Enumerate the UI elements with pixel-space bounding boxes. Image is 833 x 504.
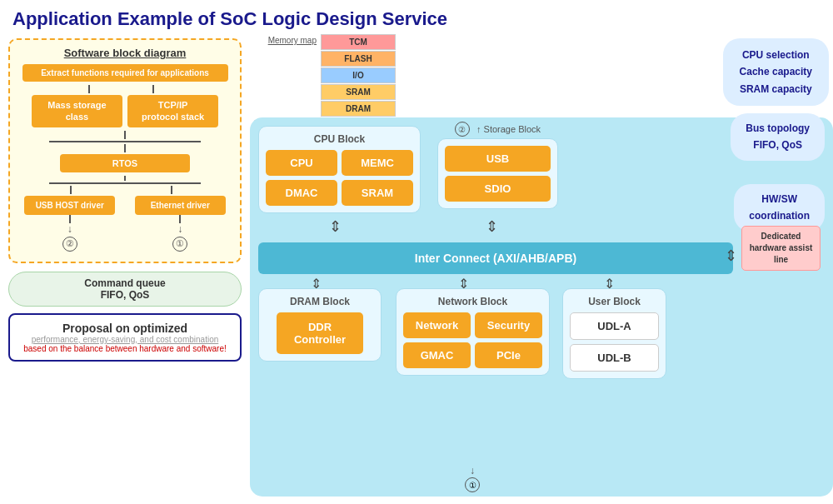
hwsw-line1: HW/SW: [761, 193, 797, 205]
network-item-gmac: GMAC: [403, 342, 471, 368]
proposal-title: Proposal on optimized: [17, 322, 233, 335]
storage-block: USB SDIO: [437, 138, 558, 209]
command-queue-bubble: Command queue FIFO, QoS: [8, 272, 242, 307]
software-block-diagram: Software block diagram Extract functions…: [8, 38, 242, 263]
cpu-down-arrow: ⇕: [329, 217, 342, 236]
storage-circle-2: ②: [455, 122, 470, 137]
mem-tcm: TCM: [321, 34, 396, 50]
network-item-pcie: PCIe: [475, 342, 542, 368]
hwsw-bubble: HW/SW coordination: [734, 184, 825, 232]
cpu-sram-line: SRAM capacity: [740, 83, 812, 95]
memory-blocks: TCM FLASH I/O SRAM DRAM: [321, 34, 396, 117]
circle-2-left: ②: [62, 237, 77, 252]
storage-item-usb: USB: [445, 146, 551, 172]
proposal-sub: performance, energy-saving, and cost com…: [17, 335, 233, 344]
storage-down-arrow: ⇕: [486, 217, 498, 236]
memory-map-area: Memory map TCM FLASH I/O SRAM DRAM Resis…: [254, 34, 437, 128]
memory-map-label: Memory map: [254, 36, 317, 45]
bus-topo-line1: Bus topology: [746, 122, 810, 134]
interconnect-label: Inter Connect (AXI/AHB/APB): [415, 252, 576, 265]
left-panel: Software block diagram Extract functions…: [0, 34, 250, 501]
cpu-item-dmac: DMAC: [266, 180, 337, 206]
dram-block-title: DRAM Block: [266, 296, 374, 307]
circle-1-left: ①: [172, 237, 187, 252]
network-circle-1-label: ①: [465, 477, 480, 492]
dram-arrow: ⇕: [311, 276, 322, 292]
mem-sram: SRAM: [321, 84, 396, 100]
usb-host-box: USB HOST driver: [24, 196, 115, 215]
dram-block: DRAM Block DDR Controller: [258, 288, 382, 362]
right-panel: Memory map TCM FLASH I/O SRAM DRAM Resis…: [250, 34, 833, 501]
mem-io: I/O: [321, 67, 396, 83]
user-item-udlb: UDL-B: [570, 344, 659, 372]
mem-flash: FLASH: [321, 51, 396, 67]
storage-block-container: ② ↑ Storage Block USB SDIO: [437, 122, 558, 209]
hwsw-line2: coordination: [749, 210, 810, 222]
user-arrow: ⇕: [604, 276, 615, 292]
ddr-controller: DDR Controller: [277, 312, 363, 354]
network-circle-1: ↓ ①: [465, 465, 480, 493]
user-block: User Block UDL-A UDL-B: [562, 288, 666, 379]
user-item-udla: UDL-A: [570, 312, 659, 340]
cpu-selection-line1: CPU selection: [742, 49, 810, 61]
cpu-cache-line: Cache capacity: [740, 66, 812, 77]
network-arrow: ⇕: [458, 276, 469, 292]
main-title: Application Example of SoC Logic Design …: [0, 0, 833, 34]
cpu-item-memc: MEMC: [342, 150, 413, 176]
hw-assist-box: Dedicated hardware assist line: [741, 226, 821, 271]
mass-storage-box: Mass storage class: [32, 95, 122, 127]
bus-topo-line2: FIFO, QoS: [753, 139, 802, 151]
cpu-block: CPU Block CPU MEMC DMAC SRAM: [258, 126, 421, 213]
rtos-box: RTOS: [60, 154, 190, 172]
cpu-block-title: CPU Block: [266, 133, 413, 145]
extract-functions-box: Extract functions required for applicati…: [22, 64, 228, 82]
cpu-item-cpu: CPU: [266, 150, 337, 176]
network-block-title: Network Block: [403, 296, 542, 307]
main-diagram: Bus topology FIFO, QoS HW/SW coordinatio…: [250, 117, 833, 497]
network-item-security: Security: [475, 312, 542, 338]
proposal-red: based on the balance between hardware an…: [17, 344, 233, 353]
cpu-item-sram: SRAM: [342, 180, 413, 206]
interconnect-bar: Inter Connect (AXI/AHB/APB): [258, 242, 733, 274]
network-item-network: Network: [403, 312, 471, 338]
mem-dram: DRAM: [321, 101, 396, 117]
user-block-title: User Block: [570, 296, 659, 307]
bus-topology-bubble: Bus topology FIFO, QoS: [731, 113, 825, 161]
network-block: Network Block Network Security GMAC PCIe: [396, 288, 550, 376]
cpu-selection-bubble: CPU selection Cache capacity SRAM capaci…: [723, 38, 829, 106]
proposal-box: Proposal on optimized performance, energ…: [8, 313, 242, 362]
tcp-ip-box: TCP/IP protocol stack: [127, 95, 218, 127]
software-block-title: Software block diagram: [17, 47, 233, 59]
storage-item-sdio: SDIO: [445, 176, 551, 202]
hw-assist-arrow: ⇕: [725, 247, 737, 265]
ethernet-box: Ethernet driver: [135, 196, 226, 215]
